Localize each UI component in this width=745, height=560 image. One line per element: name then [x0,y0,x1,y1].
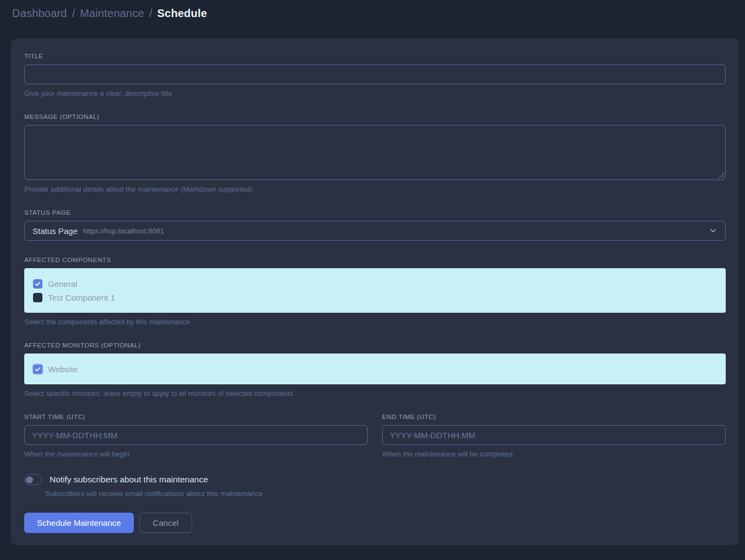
title-input[interactable] [24,64,726,84]
component-option-label: General [48,279,77,289]
toggle-knob-icon [26,476,33,483]
schedule-maintenance-form: TITLE Give your maintenance a clear, des… [11,39,739,545]
end-time-label: END TIME (UTC) [382,414,726,420]
breadcrumb-maintenance[interactable]: Maintenance [80,7,144,20]
start-time-label: START TIME (UTC) [24,414,368,420]
notify-section: Notify subscribers about this maintenanc… [24,474,726,498]
components-list: General Test Component 1 [24,268,726,313]
status-page-selected-url: https://hsp.localhost:8081 [83,227,164,235]
component-option-label: Test Component 1 [48,293,115,302]
title-helper: Give your maintenance a clear, descripti… [24,89,726,97]
breadcrumb: Dashboard / Maintenance / Schedule [12,7,733,20]
end-time-group: END TIME (UTC) When the maintenance will… [382,414,726,458]
message-helper: Provide additional details about the mai… [24,185,726,193]
monitors-list: Website [24,354,726,384]
title-group: TITLE Give your maintenance a clear, des… [24,53,726,97]
message-group: MESSAGE (OPTIONAL) Provide additional de… [24,113,726,193]
components-label: AFFECTED COMPONENTS [24,257,726,263]
notify-helper: Subscribers will receive email notificat… [45,490,726,498]
breadcrumb-dashboard[interactable]: Dashboard [12,7,67,20]
breadcrumb-separator: / [149,7,153,20]
end-time-helper: When the maintenance will be completed [382,450,726,458]
status-page-group: STATUS PAGE Status Page https://hsp.loca… [24,209,726,241]
start-time-input[interactable] [24,425,368,445]
title-label: TITLE [24,53,726,59]
cancel-button[interactable]: Cancel [139,513,193,533]
breadcrumb-current-schedule: Schedule [157,7,208,20]
message-textarea[interactable] [24,125,726,180]
chevron-down-icon [709,226,717,235]
monitor-option-website[interactable]: Website [33,362,717,376]
schedule-maintenance-button[interactable]: Schedule Maintenance [24,513,134,533]
start-time-group: START TIME (UTC) When the maintenance wi… [24,414,368,458]
end-time-input[interactable] [382,425,726,445]
components-group: AFFECTED COMPONENTS General Test Compone… [24,257,726,326]
component-option-test-component-1[interactable]: Test Component 1 [33,291,717,304]
notify-toggle[interactable] [24,474,42,485]
topbar: Dashboard / Maintenance / Schedule [0,0,745,26]
checkbox-icon[interactable] [33,293,42,302]
start-time-helper: When the maintenance will begin [24,450,368,458]
monitors-helper: Select specific monitors; leave empty to… [24,389,726,398]
message-label: MESSAGE (OPTIONAL) [24,113,726,120]
monitors-label: AFFECTED MONITORS (OPTIONAL) [24,342,726,349]
status-page-label: STATUS PAGE [24,209,726,216]
components-helper: Select the components affected by this m… [24,318,726,326]
status-page-selected-name: Status Page [32,226,78,236]
status-page-select[interactable]: Status Page https://hsp.localhost:8081 [24,221,726,241]
notify-label: Notify subscribers about this maintenanc… [50,475,208,485]
form-actions: Schedule Maintenance Cancel [24,513,726,533]
monitors-group: AFFECTED MONITORS (OPTIONAL) Website Sel… [24,342,726,398]
component-option-general[interactable]: General [33,277,717,290]
checkbox-icon[interactable] [33,279,42,289]
monitor-option-label: Website [48,365,78,374]
time-row: START TIME (UTC) When the maintenance wi… [24,414,726,458]
checkbox-icon[interactable] [33,365,42,374]
breadcrumb-separator: / [72,7,75,20]
